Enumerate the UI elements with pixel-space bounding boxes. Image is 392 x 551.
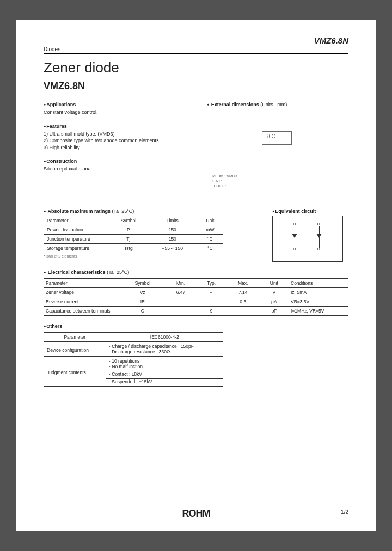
dimensions-heading: External dimensions (Units : mm): [207, 102, 348, 107]
construction-heading: Construction: [44, 158, 196, 164]
col: Parameter: [44, 279, 120, 288]
rohm-logo: ROHM: [182, 508, 210, 519]
table-row: Junction temperature Tj 150 °C: [44, 235, 223, 244]
cell: · Suspended : ±15kV: [106, 379, 223, 387]
table-row: Power dissipation P 150 mW: [44, 225, 223, 235]
cell: −: [166, 307, 197, 316]
abs-footnote: *Total of 2 elements: [44, 254, 223, 258]
part-number-main: VMZ6.8N: [44, 81, 348, 92]
cell: Storage temperature: [44, 244, 109, 253]
dimensions-heading-text: External dimensions: [211, 102, 259, 107]
construction-text: Silicon epitaxial planar.: [44, 166, 196, 173]
cell: −55~+150: [148, 244, 197, 253]
cell: Junction temperature: [44, 235, 109, 244]
table-row: Device configuration · Charge / discharg…: [44, 342, 223, 350]
cell: Device configuration: [44, 342, 106, 357]
page-number: 1/2: [341, 509, 348, 515]
col: Unit: [260, 279, 289, 288]
elec-heading-text: Electrical characteristics: [48, 270, 106, 275]
equiv-circuit-diagram: [272, 216, 343, 262]
table-header-row: Parameter Symbol Min. Typ. Max. Unit Con…: [44, 279, 348, 288]
col: IEC61000-4-2: [106, 333, 223, 342]
col-symbol: Symbol: [109, 216, 148, 225]
category-label: Diodes: [44, 46, 348, 52]
elec-char-table: Parameter Symbol Min. Typ. Max. Unit Con…: [44, 278, 348, 316]
col-parameter: Parameter: [44, 216, 109, 225]
elec-cond: (Ta=25°C): [107, 270, 129, 275]
cell: IR: [120, 297, 166, 307]
abs-ratings-heading-text: Absolute maximum ratings: [47, 209, 111, 214]
cell: °C: [197, 235, 223, 244]
cell: −: [166, 297, 197, 307]
cell: P: [109, 225, 148, 235]
cell: · Charge / discharge capacitance : 150pF: [106, 342, 223, 350]
table-row: Storage temperature Tstg −55~+150 °C: [44, 244, 223, 253]
others-heading: Others: [44, 323, 348, 329]
features-list: 1) Ultra small mold type. (VMD3) 2) Comp…: [44, 131, 196, 151]
col-unit: Unit: [197, 216, 223, 225]
cell: °C: [197, 244, 223, 253]
table-header-row: Parameter IEC61000-4-2: [44, 333, 223, 342]
cell: pF: [260, 307, 289, 316]
cell: Iz=5mA: [289, 288, 348, 297]
col: Parameter: [44, 333, 106, 342]
col: Max.: [226, 279, 260, 288]
feature-item: 1) Ultra small mold type. (VMD3): [44, 131, 196, 138]
equiv-circuit-heading: Equivalent circuit: [272, 209, 348, 214]
footer-logo-wrap: ROHM: [16, 508, 376, 519]
col: Typ.: [196, 279, 226, 288]
col-limits: Limits: [148, 216, 197, 225]
cell: · Discharge resistance : 330Ω: [106, 349, 223, 357]
package-drawing-icon: C 6: [240, 120, 316, 158]
cell: 150: [148, 235, 197, 244]
table-row: Zener voltage Vz 6.47 − 7.14 V Iz=5mA: [44, 288, 348, 297]
cell: Reverse current: [44, 297, 120, 307]
applications-heading: Applications: [44, 102, 196, 107]
cell: 9: [196, 307, 226, 316]
abs-ratings-cond: (Ta=25°C): [112, 209, 134, 214]
cell: 7.14: [226, 288, 260, 297]
cell: −: [196, 297, 226, 307]
elec-heading: Electrical characteristics (Ta=25°C): [44, 270, 348, 275]
feature-item: 3) High reliability.: [44, 144, 196, 151]
cell: Tj: [109, 235, 148, 244]
feature-item: 2) Composite type with two anode common …: [44, 137, 196, 144]
features-heading: Features: [44, 124, 196, 129]
dimensions-notes: ROHM : VMD3 EIAJ : − JEDEC : −: [212, 174, 344, 188]
cell: Zener voltage: [44, 288, 120, 297]
cell: mW: [197, 225, 223, 235]
abs-ratings-table: Parameter Symbol Limits Unit Power dissi…: [44, 216, 223, 253]
datasheet-page: VMZ6.8N Diodes Zener diode VMZ6.8N Appli…: [16, 20, 376, 531]
cell: 0.5: [226, 297, 260, 307]
cell: V: [260, 288, 289, 297]
horizontal-rule: [44, 53, 348, 54]
table-row: Reverse current IR − − 0.5 µA VR=3.5V: [44, 297, 348, 307]
cell: · No malfunction: [106, 364, 223, 371]
dim-note-line: JEDEC : −: [212, 183, 344, 188]
dim-note-line: EIAJ : −: [212, 179, 344, 183]
cell: · 10 repetitions: [106, 357, 223, 364]
page-title: Zener diode: [44, 59, 348, 76]
table-row: Judgment contents · 10 repetitions: [44, 357, 223, 364]
cell: VR=3.5V: [289, 297, 348, 307]
cell: f=1MHz, VR=5V: [289, 307, 348, 316]
table-row: Capacitance between terminals C − 9 − pF…: [44, 307, 348, 316]
others-table: Parameter IEC61000-4-2 Device configurat…: [44, 332, 223, 387]
table-header-row: Parameter Symbol Limits Unit: [44, 216, 223, 225]
package-marking: C 6: [267, 133, 276, 139]
cell: 6.47: [166, 288, 197, 297]
part-number-top: VMZ6.8N: [44, 36, 348, 45]
col: Symbol: [120, 279, 166, 288]
cell: Power dissipation: [44, 225, 109, 235]
cell: −: [196, 288, 226, 297]
dimensions-units: (Units : mm): [260, 102, 287, 107]
cell: µA: [260, 297, 289, 307]
cell: Judgment contents: [44, 357, 106, 387]
cell: · Contact : ±8kV: [106, 371, 223, 379]
applications-text: Constant voltage control.: [44, 109, 196, 116]
col: Min.: [166, 279, 197, 288]
cell: 150: [148, 225, 197, 235]
dim-note-line: ROHM : VMD3: [212, 174, 344, 179]
col: Conditions: [289, 279, 348, 288]
cell: Vz: [120, 288, 166, 297]
